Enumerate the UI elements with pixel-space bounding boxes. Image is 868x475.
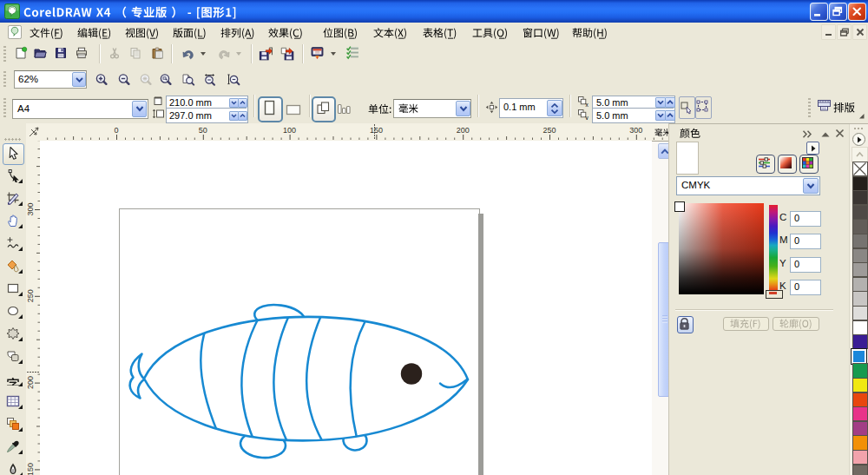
svg-text:250: 250: [542, 126, 556, 135]
svg-text:0: 0: [114, 126, 118, 135]
svg-text:300: 300: [629, 126, 642, 135]
svg-text:x: x: [586, 102, 589, 108]
svg-text:100: 100: [283, 126, 296, 135]
svg-text:200: 200: [26, 376, 35, 389]
svg-text:150: 150: [26, 463, 35, 475]
svg-text:200: 200: [457, 126, 470, 135]
svg-text:300: 300: [26, 202, 35, 215]
svg-text:y: y: [586, 115, 589, 121]
svg-text:150: 150: [370, 126, 383, 135]
svg-text:50: 50: [199, 126, 207, 135]
svg-text:250: 250: [26, 289, 35, 302]
